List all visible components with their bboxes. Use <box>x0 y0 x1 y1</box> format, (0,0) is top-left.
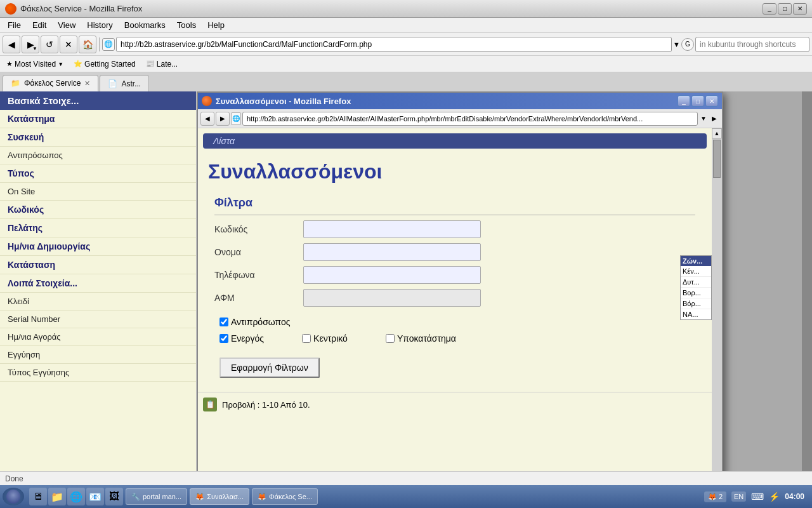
apply-filters-button[interactable]: Εφαρμογή Φίλτρων <box>219 358 320 378</box>
sidebar-item-kodikos[interactable]: Κωδικός <box>0 201 196 219</box>
window-controls: _ □ ✕ <box>763 3 807 15</box>
filter-input-tilefona[interactable] <box>303 266 481 284</box>
close-button[interactable]: ✕ <box>793 3 807 15</box>
bg-scrollbar[interactable] <box>802 91 812 471</box>
modal-addr-icon: 🌐 <box>231 112 241 125</box>
modal-page-header: Λίστα <box>203 133 707 149</box>
bookmark-label2: Getting Started <box>84 60 136 69</box>
modal-minimize[interactable]: _ <box>678 95 690 107</box>
taskbar-app-fakelos[interactable]: 🦊 Φάκελος Se... <box>252 488 318 505</box>
taskbar-app-portal[interactable]: 🔧 portal man... <box>126 488 187 505</box>
search-input[interactable] <box>695 37 809 52</box>
menu-bookmarks[interactable]: Bookmarks <box>119 19 171 31</box>
sidebar-item-syskeyi[interactable]: Συσκευή <box>0 128 196 147</box>
filter-row-onoma: Ονομα <box>214 243 695 261</box>
stop-button[interactable]: ✕ <box>60 36 77 53</box>
scroll-up-btn[interactable]: ▲ <box>712 128 722 138</box>
taskbar-icon-5[interactable]: 🖼 <box>105 488 123 505</box>
checkbox-kentrikos[interactable] <box>302 334 311 343</box>
sidebar-item-serial[interactable]: Serial Number <box>0 311 196 328</box>
bookmark-getting-started[interactable]: ⭐ Getting Started <box>70 58 140 70</box>
sidebar-item-pelatis[interactable]: Πελάτης <box>0 219 196 237</box>
sidebar-item-hmnia[interactable]: Ημ/νια Δημιουργίας <box>0 237 196 256</box>
tab-fakelos[interactable]: 📁 Φάκελος Service ✕ <box>3 75 98 91</box>
zone-option-1[interactable]: Δυτ... <box>681 277 711 288</box>
checkbox-row-2: Ενεργός Κεντρικό Υποκατάστημα <box>214 333 695 344</box>
modal-addr-dropdown[interactable]: ▼ <box>699 115 708 122</box>
filter-input-afm[interactable] <box>303 289 481 307</box>
menu-file[interactable]: File <box>3 19 26 31</box>
menu-tools[interactable]: Tools <box>172 19 201 31</box>
results-text: Προβολή : 1-10 Από 10. <box>222 400 310 410</box>
tab-close-1[interactable]: ✕ <box>84 79 90 88</box>
filter-input-onoma[interactable] <box>303 243 481 261</box>
sidebar-item-tipos-egyisis[interactable]: Τύπος Εγγύησης <box>0 364 196 382</box>
sidebar-header: Βασικά Στοιχε... <box>0 91 196 110</box>
sidebar-item-kleidi[interactable]: Κλειδί <box>0 293 196 311</box>
scroll-thumb[interactable] <box>713 140 721 178</box>
minimize-button[interactable]: _ <box>763 3 776 15</box>
modal-address-input[interactable] <box>242 112 698 126</box>
sidebar-item-onsite[interactable]: On Site <box>0 183 196 201</box>
sidebar-item-antiprosopos[interactable]: Αντιπρόσωπος <box>0 147 196 164</box>
checkbox-ypokatastima[interactable] <box>386 334 395 343</box>
sidebar-item-tipos[interactable]: Τύπος <box>0 164 196 183</box>
taskbar-icon-4[interactable]: 📧 <box>86 488 104 505</box>
menu-view[interactable]: View <box>53 19 81 31</box>
checkbox-energos[interactable] <box>219 334 228 343</box>
tray-battery[interactable]: ⚡ <box>769 491 780 502</box>
dropdown-arrow[interactable]: ▼ <box>673 41 680 48</box>
forward-button[interactable]: ▶▼ <box>22 36 39 53</box>
tray-firefox-badge[interactable]: 🦊 2 <box>704 491 726 502</box>
modal-close[interactable]: ✕ <box>705 95 718 107</box>
modal-addr-go[interactable]: ▶ <box>709 115 719 122</box>
tray-app1[interactable]: ⌨ <box>751 491 764 502</box>
bookmark-late[interactable]: 📰 Late... <box>142 58 181 70</box>
tab-astr[interactable]: 📄 Astr... <box>100 75 149 91</box>
taskbar-icon-2[interactable]: 📁 <box>48 488 66 505</box>
modal-scrollbar-right[interactable]: ▲ ▼ <box>712 128 722 471</box>
checkbox-antiprosopos-label[interactable]: Αντιπρόσωπος <box>219 317 291 327</box>
separator <box>99 37 100 51</box>
modal-back[interactable]: ◀ <box>200 112 214 126</box>
taskbar-app-portal-label: portal man... <box>143 493 181 500</box>
modal-page-content: Λίστα Συναλλασσόμενοι Φίλτρα Κωδικός <box>198 128 712 471</box>
checkbox-antiprosopos[interactable] <box>219 318 228 326</box>
taskbar-icon-3[interactable]: 🌐 <box>67 488 85 505</box>
taskbar-icon-1[interactable]: 🖥 <box>29 488 47 505</box>
address-input[interactable] <box>116 37 672 52</box>
modal-forward[interactable]: ▶ <box>216 112 230 126</box>
zone-option-2[interactable]: Βορ... <box>681 288 711 298</box>
tab-favicon-2: 📄 <box>108 79 117 88</box>
sidebar-item-katastasi[interactable]: Κατάσταση <box>0 256 196 274</box>
menu-edit[interactable]: Edit <box>27 19 51 31</box>
sidebar-item-loipa[interactable]: Λοιπά Στοιχεία... <box>0 274 196 293</box>
search-engine-icon[interactable]: G <box>681 38 694 51</box>
taskbar-app-fakelos-icon: 🦊 <box>258 493 266 501</box>
zone-option-3[interactable]: Βόρ... <box>681 298 711 309</box>
sidebar-item-katastima[interactable]: Κατάστημα <box>0 110 196 128</box>
scroll-track[interactable] <box>712 138 722 471</box>
filter-label-onoma: Ονομα <box>214 247 303 257</box>
zone-option-4[interactable]: ΝΑ... <box>681 309 711 319</box>
bookmark-most-visited[interactable]: ★ Most Visited ▼ <box>3 58 67 70</box>
checkbox-ypokatastima-label[interactable]: Υποκατάστημα <box>386 333 456 344</box>
modal-maximize[interactable]: □ <box>691 95 704 107</box>
tray-lang[interactable]: EN <box>731 491 746 502</box>
sidebar-item-egyisi[interactable]: Εγγύηση <box>0 346 196 364</box>
menu-history[interactable]: History <box>82 19 117 31</box>
maximize-button[interactable]: □ <box>778 3 792 15</box>
filter-input-kodikos[interactable] <box>303 220 481 238</box>
zone-dropdown[interactable]: Ζών... Κέν... Δυτ... Βορ... Βόρ... ΝΑ... <box>680 255 712 320</box>
sidebar-item-hmniaagor[interactable]: Ημ/νια Αγοράς <box>0 328 196 346</box>
menu-help[interactable]: Help <box>202 19 230 31</box>
checkbox-energos-label[interactable]: Ενεργός <box>219 333 264 344</box>
back-button[interactable]: ◀ <box>3 36 20 53</box>
home-button[interactable]: 🏠 <box>79 36 96 53</box>
taskbar-app-synallassomenoi[interactable]: 🦊 Συναλλασ... <box>190 488 249 505</box>
zone-option-0[interactable]: Κέν... <box>681 266 711 277</box>
modal-toolbar: ◀ ▶ 🌐 ▼ ▶ <box>198 109 722 128</box>
taskbar-start-button[interactable] <box>3 488 24 505</box>
checkbox-kentrikos-label[interactable]: Κεντρικό <box>302 333 348 344</box>
reload-button[interactable]: ↺ <box>41 36 58 53</box>
